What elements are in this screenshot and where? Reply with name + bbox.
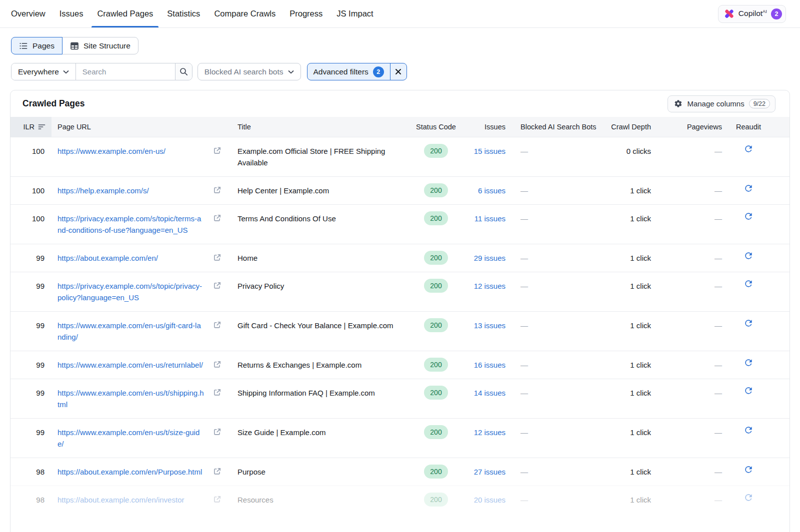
tab-crawled-pages[interactable]: Crawled Pages: [92, 0, 158, 27]
page-url-cell: https://about.example.com/en/: [52, 244, 226, 272]
crawl-depth-value: 1 click: [596, 379, 652, 418]
external-link-icon[interactable]: [213, 428, 222, 436]
tab-issues[interactable]: Issues: [54, 0, 89, 27]
status-code-cell: 200: [416, 312, 456, 351]
external-link-icon[interactable]: [213, 321, 222, 329]
issues-link[interactable]: 15 issues: [474, 147, 506, 155]
page-url-link[interactable]: https://www.example.com/en-us/returnlabe…: [58, 361, 203, 369]
external-link-icon[interactable]: [213, 495, 222, 504]
issues-cell: 15 issues: [456, 137, 506, 176]
issues-link[interactable]: 12 issues: [474, 428, 506, 437]
issues-link[interactable]: 13 issues: [474, 321, 506, 330]
reaudit-button[interactable]: [744, 183, 754, 204]
reaudit-button[interactable]: [744, 358, 754, 379]
column-header-issues[interactable]: Issues: [456, 117, 506, 137]
copilot-button[interactable]: CopilotAI 2: [718, 5, 786, 23]
scope-dropdown[interactable]: Everywhere: [12, 63, 76, 80]
blocked-ai-bots-value: —: [506, 486, 596, 514]
reaudit-button[interactable]: [744, 318, 754, 351]
page-url-link[interactable]: https://help.example.com/s/: [58, 186, 149, 195]
status-code-cell: 200: [416, 458, 456, 486]
issues-link[interactable]: 11 issues: [474, 214, 506, 223]
status-code-cell: 200: [416, 351, 456, 379]
column-header-reaudit[interactable]: Reaudit: [724, 117, 788, 137]
page-url-link[interactable]: https://about.example.com/en/: [58, 254, 158, 262]
issues-link[interactable]: 12 issues: [474, 282, 506, 290]
external-link-icon[interactable]: [213, 186, 222, 194]
search-input[interactable]: [76, 63, 175, 80]
page-url-link[interactable]: https://privacy.example.com/s/topic/priv…: [58, 282, 202, 302]
page-title-value: Gift Card - Check Your Balance | Example…: [226, 312, 416, 351]
issues-link[interactable]: 14 issues: [474, 389, 506, 397]
issues-cell: 29 issues: [456, 244, 506, 272]
reaudit-cell: [724, 458, 788, 486]
issues-link[interactable]: 27 issues: [474, 468, 506, 476]
card-header: Crawled Pages Manage columns 9/22: [10, 90, 790, 117]
external-link-icon[interactable]: [213, 467, 222, 476]
column-header-pageviews[interactable]: Pageviews: [652, 117, 724, 137]
reaudit-button[interactable]: [744, 144, 754, 176]
column-header-crawl-depth[interactable]: Crawl Depth: [596, 117, 652, 137]
reaudit-button[interactable]: [744, 493, 754, 514]
status-code-cell: 200: [416, 486, 456, 514]
blocked-ai-bots-dropdown[interactable]: Blocked AI search bots: [198, 63, 301, 80]
external-link-icon[interactable]: [213, 214, 222, 222]
page-url-link[interactable]: https://www.example.com/en-us/gift-card-…: [58, 321, 201, 341]
issues-link[interactable]: 29 issues: [474, 254, 506, 262]
columns-count-badge: 9/22: [749, 99, 770, 108]
external-link-icon[interactable]: [213, 146, 222, 155]
blocked-ai-bots-value: —: [506, 312, 596, 351]
reaudit-button[interactable]: [744, 279, 754, 311]
column-header-status-code[interactable]: Status Code: [416, 117, 456, 137]
column-header-title[interactable]: Title: [226, 117, 416, 137]
manage-columns-button[interactable]: Manage columns 9/22: [668, 95, 776, 112]
pageviews-value: —: [652, 244, 724, 272]
column-header-blocked-ai-bots[interactable]: Blocked AI Search Bots: [506, 117, 596, 137]
page-url-link[interactable]: https://www.example.com/en-us/: [58, 147, 166, 155]
external-link-icon[interactable]: [213, 388, 222, 397]
page-title-value: Size Guide | Example.com: [226, 419, 416, 458]
gear-icon: [674, 99, 682, 108]
search-button[interactable]: [175, 63, 192, 80]
reaudit-button[interactable]: [744, 386, 754, 418]
clear-advanced-filters-button[interactable]: [390, 63, 406, 80]
status-badge: 200: [424, 144, 448, 158]
tab-overview[interactable]: Overview: [6, 0, 51, 27]
issues-link[interactable]: 20 issues: [474, 496, 506, 504]
issues-link[interactable]: 6 issues: [478, 186, 506, 195]
tab-js-impact[interactable]: JS Impact: [331, 0, 378, 27]
blocked-ai-bots-value: —: [506, 177, 596, 204]
reaudit-button[interactable]: [744, 251, 754, 272]
page-url-link[interactable]: https://about.example.com/en/investor: [58, 496, 184, 504]
external-link-icon[interactable]: [213, 281, 222, 290]
page-url-link[interactable]: https://www.example.com/en-us/t/size-gui…: [58, 428, 200, 448]
column-header-page-url[interactable]: Page URL: [52, 117, 226, 137]
tab-progress[interactable]: Progress: [284, 0, 328, 27]
status-badge: 200: [424, 211, 448, 225]
external-link-icon[interactable]: [213, 360, 222, 369]
tab-compare-crawls[interactable]: Compare Crawls: [208, 0, 281, 27]
page-url-cell: https://help.example.com/s/: [52, 177, 226, 204]
issues-cell: 16 issues: [456, 351, 506, 379]
reaudit-button[interactable]: [744, 211, 754, 244]
table-header-row: ILR Page URL Title Status Code Issues Bl…: [10, 117, 790, 137]
ilr-value: 100: [10, 205, 52, 244]
site-structure-toggle-button[interactable]: Site Structure: [62, 37, 138, 54]
column-header-ilr[interactable]: ILR: [10, 117, 52, 137]
advanced-filters-button[interactable]: Advanced filters 2: [308, 63, 390, 80]
table-row: 99 https://www.example.com/en-us/gift-ca…: [10, 311, 790, 351]
table-grid-icon: [70, 41, 79, 50]
issues-cell: 12 issues: [456, 419, 506, 458]
page-url-link[interactable]: https://privacy.example.com/s/topic/term…: [58, 214, 201, 234]
issues-link[interactable]: 16 issues: [474, 361, 506, 369]
reaudit-button[interactable]: [744, 465, 754, 486]
pages-toggle-button[interactable]: Pages: [11, 37, 62, 54]
page-url-link[interactable]: https://www.example.com/en-us/t/shipping…: [58, 389, 204, 409]
reaudit-button[interactable]: [744, 425, 754, 458]
tab-statistics[interactable]: Statistics: [162, 0, 206, 27]
top-navigation: Overview Issues Crawled Pages Statistics…: [0, 0, 800, 28]
page-url-link[interactable]: https://about.example.com/en/Purpose.htm…: [58, 468, 202, 476]
page-title-value: Returns & Exchanges | Example.com: [226, 351, 416, 379]
external-link-icon[interactable]: [213, 253, 222, 262]
issues-cell: 12 issues: [456, 272, 506, 311]
